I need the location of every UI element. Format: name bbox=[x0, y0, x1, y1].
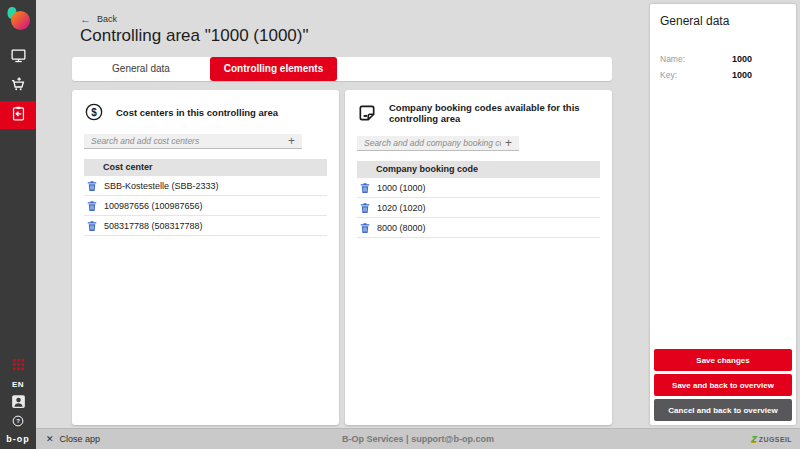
booking-code-name: 1000 (1000) bbox=[377, 183, 426, 193]
delete-icon[interactable] bbox=[86, 199, 98, 213]
cost-center-name: 508317788 (508317788) bbox=[104, 221, 203, 231]
cost-table-row: 508317788 (508317788) bbox=[84, 216, 327, 236]
cost-center-name: SBB-Kostestelle (SBB-2333) bbox=[104, 181, 219, 191]
add-booking-code-icon[interactable]: + bbox=[501, 137, 512, 149]
delete-icon[interactable] bbox=[359, 201, 371, 215]
cost-search-input[interactable] bbox=[91, 136, 284, 146]
footer-bar: ✕ Close app B-Op Services | support@b-op… bbox=[36, 428, 800, 449]
booking-code-name: 8000 (8000) bbox=[377, 223, 426, 233]
help-icon: ? bbox=[12, 415, 24, 430]
monitor-icon bbox=[10, 47, 27, 67]
cost-search-box: + bbox=[84, 134, 302, 149]
key-field: Key: 1000 bbox=[660, 70, 786, 80]
sidebar-item-account[interactable] bbox=[0, 394, 36, 412]
booking-code-name: 1020 (1020) bbox=[377, 203, 426, 213]
bop-logo: b-op bbox=[6, 434, 30, 444]
panels-row: $ Cost centers in this controlling area … bbox=[72, 90, 612, 425]
cost-table-row: SBB-Kostestelle (SBB-2333) bbox=[84, 176, 327, 196]
sidebar-item-controlling[interactable] bbox=[0, 101, 36, 129]
booking-table-row: 1020 (1020) bbox=[357, 198, 600, 218]
tab-general-data[interactable]: General data bbox=[72, 57, 210, 81]
svg-text:?: ? bbox=[16, 418, 20, 424]
delete-icon[interactable] bbox=[86, 179, 98, 193]
app-window: EN ? b-op bbox=[0, 0, 800, 449]
user-badge-icon bbox=[11, 394, 26, 412]
tab-controlling-elements[interactable]: Controlling elements bbox=[210, 57, 337, 81]
clipboard-back-icon bbox=[10, 105, 27, 125]
zugseil-z-icon: Z bbox=[751, 434, 757, 444]
add-cost-center-icon[interactable]: + bbox=[284, 135, 295, 147]
booking-table-row: 1000 (1000) bbox=[357, 178, 600, 198]
dollar-circle-icon: $ bbox=[84, 102, 104, 122]
booking-panel-header: Company booking codes available for this… bbox=[357, 102, 600, 124]
name-field: Name: 1000 bbox=[660, 54, 786, 64]
key-label: Key: bbox=[660, 70, 732, 80]
general-data-title: General data bbox=[660, 14, 786, 28]
cart-plus-icon bbox=[9, 75, 27, 96]
general-data-card: General data Name: 1000 Key: 1000 Save c… bbox=[650, 4, 796, 425]
booking-search-input[interactable] bbox=[364, 138, 501, 148]
key-value: 1000 bbox=[732, 70, 752, 80]
booking-panel-title: Company booking codes available for this… bbox=[389, 102, 600, 124]
cost-panel-header: $ Cost centers in this controlling area bbox=[84, 102, 327, 122]
cost-panel-title: Cost centers in this controlling area bbox=[116, 107, 278, 118]
note-icon bbox=[357, 103, 377, 123]
close-app-button[interactable]: ✕ Close app bbox=[46, 434, 100, 444]
cost-center-name: 100987656 (100987656) bbox=[104, 201, 203, 211]
page-title: Controlling area "1000 (1000)" bbox=[80, 26, 309, 46]
sidebar-item-shop[interactable] bbox=[0, 72, 36, 99]
back-arrow-icon: ← bbox=[80, 13, 91, 25]
support-text: B-Op Services | support@b-op.com bbox=[36, 434, 800, 444]
back-button[interactable]: ← Back bbox=[80, 13, 117, 25]
zugseil-logo: Z ZUGSEIL bbox=[751, 434, 792, 444]
booking-codes-panel: Company booking codes available for this… bbox=[345, 90, 612, 425]
tab-bar: General data Controlling elements bbox=[72, 57, 612, 81]
delete-icon[interactable] bbox=[86, 219, 98, 233]
name-value: 1000 bbox=[732, 54, 752, 64]
cost-table-row: 100987656 (100987656) bbox=[84, 196, 327, 216]
app-logo-icon[interactable] bbox=[3, 4, 33, 34]
booking-table-header: Company booking code bbox=[357, 161, 600, 178]
svg-text:$: $ bbox=[91, 107, 97, 118]
sidebar-item-apps[interactable] bbox=[0, 357, 36, 375]
delete-icon[interactable] bbox=[359, 181, 371, 195]
sidebar-item-help[interactable]: ? bbox=[0, 414, 36, 430]
cost-table-header: Cost center bbox=[84, 159, 327, 176]
booking-table-row: 8000 (8000) bbox=[357, 218, 600, 238]
cancel-and-back-button[interactable]: Cancel and back to overview bbox=[654, 399, 792, 421]
sidebar-item-screens[interactable] bbox=[0, 43, 36, 70]
back-label: Back bbox=[97, 14, 117, 24]
card-buttons: Save changes Save and back to overview C… bbox=[654, 346, 792, 421]
sidebar: EN ? b-op bbox=[0, 0, 36, 449]
delete-icon[interactable] bbox=[359, 221, 371, 235]
language-selector[interactable]: EN bbox=[12, 380, 24, 389]
save-and-back-button[interactable]: Save and back to overview bbox=[654, 374, 792, 396]
sidebar-bottom: EN ? b-op bbox=[0, 356, 36, 449]
close-app-label: Close app bbox=[60, 434, 101, 444]
cost-centers-panel: $ Cost centers in this controlling area … bbox=[72, 90, 339, 425]
zugseil-text: ZUGSEIL bbox=[759, 436, 792, 443]
name-label: Name: bbox=[660, 54, 732, 64]
save-changes-button[interactable]: Save changes bbox=[654, 349, 792, 371]
apps-grid-icon bbox=[12, 358, 25, 374]
close-icon: ✕ bbox=[46, 434, 54, 444]
booking-search-box: + bbox=[357, 136, 519, 151]
